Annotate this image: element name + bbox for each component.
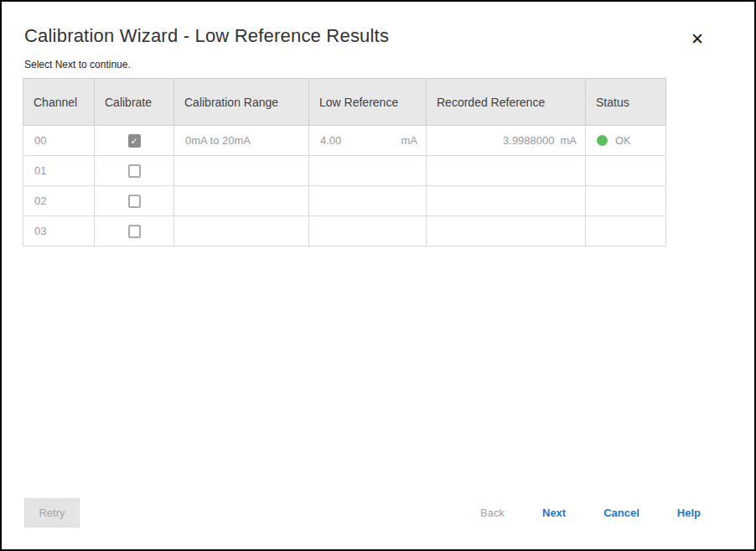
calibrate-checkbox[interactable]: ✓ [128, 134, 141, 148]
status-label: OK [615, 134, 631, 147]
calibration-range-cell [174, 156, 309, 186]
recorded-reference-cell [427, 156, 586, 186]
table-body: 00✓0mA to 20mA4.00mA3.9988000mAOK010203 [23, 126, 666, 247]
recorded-reference-cell [427, 216, 586, 247]
column-header-channel: Channel [23, 79, 95, 126]
calibrate-checkbox[interactable] [128, 195, 141, 208]
title-bar: Calibration Wizard - Low Reference Resul… [2, 2, 754, 49]
low-reference-cell [309, 216, 427, 247]
calibrate-cell [95, 216, 174, 247]
table-header: Channel Calibrate Calibration Range Low … [23, 79, 666, 126]
table-row: 02 [23, 186, 666, 216]
recorded-reference-value: 3.9988000 [503, 134, 554, 147]
calibrate-cell [95, 186, 174, 216]
calibration-range-cell [174, 186, 309, 216]
status-cell [586, 186, 666, 216]
page-title: Calibration Wizard - Low Reference Resul… [24, 25, 389, 47]
retry-button[interactable]: Retry [24, 498, 80, 528]
low-reference-value: 4.00 [320, 134, 341, 147]
recorded-reference-cell: 3.9988000mA [427, 126, 586, 156]
back-button[interactable]: Back [480, 507, 505, 519]
recorded-reference-cell [427, 186, 586, 216]
channel-cell: 02 [23, 186, 95, 216]
low-reference-cell [309, 186, 427, 216]
calibrate-cell [95, 156, 174, 186]
recorded-reference-unit: mA [561, 134, 577, 147]
calibration-results-table: Channel Calibrate Calibration Range Low … [23, 78, 666, 247]
table-row: 01 [23, 156, 666, 186]
table-row: 03 [23, 216, 666, 247]
table-row: 00✓0mA to 20mA4.00mA3.9988000mAOK [23, 126, 666, 156]
wizard-nav-links: Back Next Cancel Help [480, 507, 701, 519]
low-reference-cell: 4.00mA [309, 126, 427, 156]
cancel-button[interactable]: Cancel [603, 507, 639, 519]
calibration-range-cell: 0mA to 20mA [174, 126, 309, 156]
status-cell [586, 216, 666, 247]
status-ok-dot [597, 135, 608, 146]
column-header-low-reference: Low Reference [309, 79, 427, 126]
next-button[interactable]: Next [542, 507, 566, 519]
calibrate-checkbox[interactable] [128, 225, 141, 238]
column-header-status: Status [586, 79, 666, 126]
calibration-range-cell [174, 216, 309, 247]
calibrate-checkbox[interactable] [128, 164, 141, 178]
status-cell [586, 156, 666, 186]
calibrate-cell: ✓ [95, 126, 174, 156]
footer-button-bar: Retry Back Next Cancel Help [24, 498, 701, 528]
column-header-calibrate: Calibrate [95, 79, 174, 126]
channel-cell: 03 [23, 216, 95, 247]
low-reference-unit: mA [401, 134, 418, 147]
channel-cell: 01 [23, 156, 95, 186]
column-header-recorded-reference: Recorded Reference [427, 79, 586, 126]
help-button[interactable]: Help [677, 507, 701, 519]
channel-cell: 00 [23, 126, 95, 156]
calibration-wizard-dialog: { "dialog": { "title": "Calibration Wiza… [0, 0, 756, 551]
close-icon[interactable]: ✕ [689, 29, 706, 49]
status-cell: OK [586, 126, 666, 156]
column-header-calibration-range: Calibration Range [174, 79, 309, 126]
low-reference-cell [309, 156, 427, 186]
instruction-text: Select Next to continue. [24, 59, 754, 70]
